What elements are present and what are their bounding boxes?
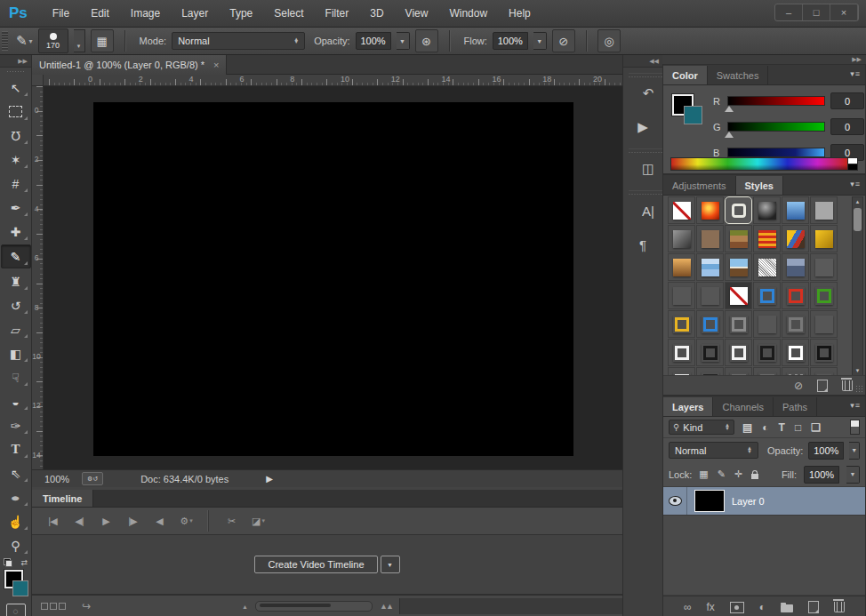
- layer-effects-icon[interactable]: fx: [706, 601, 714, 613]
- delete-style-icon[interactable]: [842, 380, 853, 391]
- ellipse-tool[interactable]: ●: [2, 486, 30, 508]
- layer-thumbnail[interactable]: [694, 490, 725, 512]
- lock-position-icon[interactable]: ✛: [734, 468, 742, 480]
- history-brush-tool[interactable]: ↺: [2, 294, 30, 316]
- style-swatch[interactable]: [782, 253, 809, 281]
- eyedropper-tool[interactable]: ✒: [2, 196, 30, 219]
- lock-transparency-icon[interactable]: ▦: [699, 468, 708, 480]
- lasso-tool[interactable]: ℧: [2, 124, 30, 147]
- rectangular-marquee-tool[interactable]: □: [2, 100, 30, 123]
- flow-value[interactable]: 100%: [493, 32, 528, 50]
- style-none[interactable]: [668, 196, 695, 224]
- style-swatch[interactable]: [725, 253, 752, 281]
- next-frame-button[interactable]: |▶: [121, 510, 144, 532]
- timeline-mode-dropdown[interactable]: ▼: [381, 556, 400, 573]
- style-swatch[interactable]: [725, 196, 752, 224]
- split-clip-button[interactable]: ✂: [208, 510, 243, 532]
- slider-thumb-icon[interactable]: [725, 132, 734, 138]
- add-layer-mask-icon[interactable]: [730, 602, 744, 613]
- style-swatch[interactable]: [810, 282, 838, 309]
- timeline-zoom-in-icon[interactable]: ▲▲: [380, 602, 392, 611]
- expand-dock-button[interactable]: ◀◀: [623, 55, 662, 68]
- status-options-arrow-icon[interactable]: ▶: [266, 474, 273, 484]
- style-swatch[interactable]: [810, 339, 838, 366]
- style-swatch[interactable]: [753, 196, 781, 224]
- first-frame-button[interactable]: |◀: [41, 510, 64, 532]
- previous-frame-button[interactable]: ◀|: [68, 510, 91, 532]
- quick-mask-button[interactable]: ◌: [6, 604, 26, 616]
- styles-scrollbar[interactable]: ▲ ▼: [852, 196, 863, 376]
- clear-style-icon[interactable]: ⊘: [794, 380, 803, 392]
- clone-stamp-tool[interactable]: ♜: [2, 270, 30, 292]
- maximize-button[interactable]: □: [803, 4, 830, 20]
- transition-button[interactable]: ◪: [246, 510, 269, 532]
- layer-fill-dropdown[interactable]: ▼: [846, 466, 860, 484]
- style-swatch[interactable]: [668, 225, 695, 252]
- new-style-icon[interactable]: [817, 380, 828, 392]
- scroll-up-icon[interactable]: ▲: [853, 199, 862, 204]
- menu-item[interactable]: Layer: [171, 0, 219, 27]
- style-swatch[interactable]: [782, 282, 809, 309]
- layer-blend-mode-select[interactable]: Normal ▲▼: [669, 442, 758, 459]
- scrollbar-thumb[interactable]: [854, 208, 862, 231]
- dodge-tool[interactable]: ◒: [2, 390, 30, 412]
- style-swatch[interactable]: [668, 253, 695, 281]
- style-swatch[interactable]: [782, 339, 809, 366]
- panel-tab[interactable]: Adjustments: [663, 176, 736, 195]
- actions-panel-icon[interactable]: ▶: [623, 111, 662, 143]
- menu-item[interactable]: Image: [120, 0, 171, 27]
- brush-preset-picker[interactable]: 170: [38, 28, 68, 53]
- blend-mode-select[interactable]: Normal ▲▼: [172, 32, 305, 50]
- tab-timeline[interactable]: Timeline: [32, 490, 93, 507]
- minimize-button[interactable]: –: [775, 4, 803, 20]
- panel-tab[interactable]: Channels: [713, 397, 773, 416]
- slider-thumb-icon[interactable]: [725, 106, 734, 112]
- close-button[interactable]: ×: [830, 4, 858, 20]
- filter-smart-objects-icon[interactable]: ❏: [811, 421, 821, 434]
- layer-fill-value[interactable]: 100%: [804, 466, 839, 484]
- panel-tab[interactable]: Paths: [774, 397, 817, 416]
- layer-visibility-toggle[interactable]: [663, 487, 687, 515]
- new-adjustment-layer-icon[interactable]: ◐: [759, 601, 766, 613]
- style-swatch[interactable]: [668, 282, 695, 309]
- opacity-dropdown[interactable]: ▼: [397, 32, 410, 50]
- spectrum-endcaps[interactable]: [847, 157, 858, 171]
- options-bar-grip[interactable]: [2, 31, 8, 51]
- gradient-tool[interactable]: ◧: [2, 342, 30, 364]
- style-swatch[interactable]: [696, 253, 724, 281]
- menu-item[interactable]: Window: [438, 0, 498, 27]
- menu-item[interactable]: Select: [263, 0, 314, 27]
- lock-all-icon[interactable]: [751, 470, 758, 479]
- style-swatch[interactable]: [753, 253, 781, 281]
- style-swatch[interactable]: [810, 253, 838, 281]
- style-swatch[interactable]: [810, 310, 838, 338]
- eraser-tool[interactable]: ▱: [2, 318, 30, 340]
- timeline-zoom-slider[interactable]: [255, 601, 373, 612]
- style-swatch[interactable]: [696, 225, 724, 252]
- zoom-tool[interactable]: ⚲: [2, 534, 30, 556]
- create-video-timeline-button[interactable]: Create Video Timeline: [254, 556, 377, 573]
- smudge-tool[interactable]: ☟: [2, 366, 30, 388]
- close-document-icon[interactable]: ×: [213, 60, 219, 70]
- menu-item[interactable]: File: [42, 0, 80, 27]
- layer-opacity-value[interactable]: 100%: [808, 442, 844, 460]
- panel-tab[interactable]: Swatches: [708, 66, 769, 84]
- brush-tool[interactable]: ✎: [1, 244, 31, 268]
- style-swatch[interactable]: [668, 310, 695, 338]
- path-selection-tool[interactable]: ⇖: [2, 462, 30, 484]
- style-swatch[interactable]: [810, 196, 838, 224]
- new-layer-icon[interactable]: [808, 601, 819, 613]
- channel-slider[interactable]: [727, 96, 825, 106]
- panel-menu-icon[interactable]: ▾≡: [850, 401, 861, 410]
- pen-tool[interactable]: ✑: [2, 414, 30, 436]
- style-swatch[interactable]: [810, 225, 838, 252]
- style-swatch[interactable]: [753, 310, 781, 338]
- flow-dropdown[interactable]: ▼: [533, 32, 547, 50]
- zoom-level-field[interactable]: 100%: [44, 474, 69, 484]
- menu-item[interactable]: 3D: [359, 0, 394, 27]
- style-swatch[interactable]: [753, 282, 781, 309]
- magic-wand-tool[interactable]: ✶: [2, 148, 30, 171]
- collapse-panels-button[interactable]: ▶▶: [662, 55, 866, 64]
- filter-type-layers-icon[interactable]: T: [779, 421, 785, 434]
- menu-item[interactable]: Edit: [80, 0, 120, 27]
